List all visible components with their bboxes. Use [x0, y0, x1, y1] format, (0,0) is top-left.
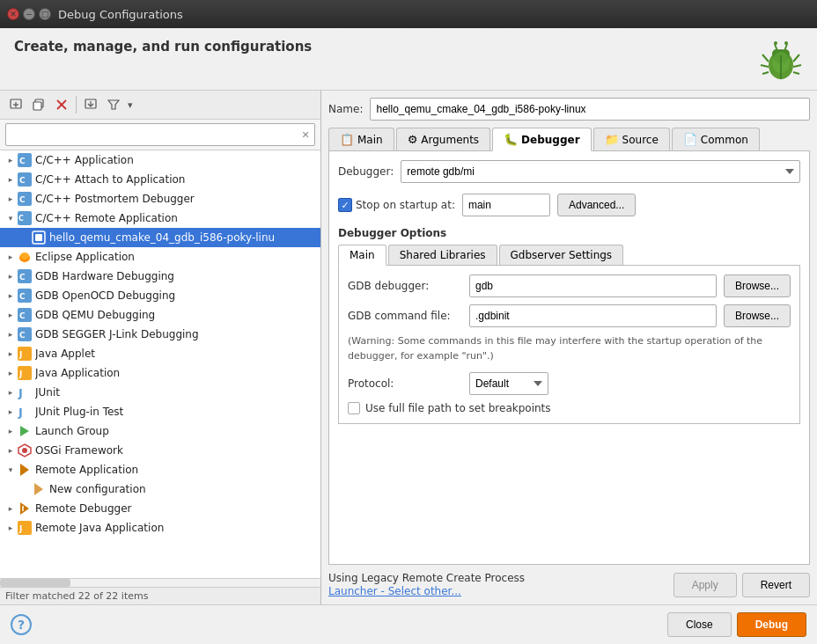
- tree-item-cc-attach[interactable]: C C/C++ Attach to Application: [0, 170, 320, 189]
- stop-checkbox[interactable]: [338, 198, 352, 212]
- advanced-btn[interactable]: Advanced...: [557, 194, 636, 216]
- tree-item-launch-group[interactable]: Launch Group: [0, 421, 320, 441]
- tab-common[interactable]: 📄 Common: [672, 128, 760, 150]
- name-label: Name:: [328, 103, 363, 115]
- tree-item-gdb-segger[interactable]: C GDB SEGGER J-Link Debugging: [0, 325, 320, 344]
- expand-gdb-hardware[interactable]: [4, 269, 18, 283]
- tree-item-java-app[interactable]: J Java Application: [0, 363, 320, 383]
- gdb-command-input[interactable]: [469, 304, 717, 327]
- stop-at-input[interactable]: [462, 194, 550, 216]
- expand-gdb-qemu[interactable]: [4, 308, 18, 322]
- header-title: Create, manage, and run configurations: [14, 39, 312, 55]
- protocol-select[interactable]: Default mi mi1 mi2 mi3: [469, 372, 548, 395]
- expand-remote-app[interactable]: [4, 463, 18, 477]
- tree-item-remote-app[interactable]: Remote Application: [0, 460, 320, 479]
- filter-status: Filter matched 22 of 22 items: [0, 587, 320, 604]
- svg-marker-25: [108, 100, 119, 109]
- inner-tab-main[interactable]: Main: [338, 245, 386, 266]
- tree-item-java-applet[interactable]: J Java Applet: [0, 344, 320, 363]
- expand-gdb-segger[interactable]: [4, 327, 18, 341]
- expand-launch-group[interactable]: [4, 424, 18, 438]
- duplicate-btn[interactable]: [28, 94, 49, 115]
- warning-text: (Warning: Some commands in this file may…: [348, 334, 791, 363]
- expand-junit[interactable]: [4, 385, 18, 399]
- filter-dropdown-arrow[interactable]: ▾: [126, 99, 133, 111]
- title-bar: ✕ − □ Debug Configurations: [0, 0, 817, 28]
- revert-btn[interactable]: Revert: [742, 573, 810, 597]
- export-btn[interactable]: [80, 94, 101, 115]
- debug-btn[interactable]: Debug: [737, 612, 806, 637]
- common-tab-icon: 📄: [683, 133, 697, 146]
- apply-btn[interactable]: Apply: [673, 573, 737, 597]
- junit-label: JUnit: [35, 386, 60, 399]
- use-full-path-checkbox[interactable]: [348, 402, 360, 414]
- maximize-btn[interactable]: □: [39, 8, 51, 20]
- svg-rect-20: [33, 102, 41, 110]
- left-hscroll[interactable]: [0, 578, 320, 587]
- expand-new-conf: [18, 482, 32, 496]
- name-input[interactable]: [370, 98, 810, 121]
- gdb-debugger-input[interactable]: [469, 274, 717, 297]
- svg-marker-57: [20, 502, 29, 515]
- tab-source[interactable]: 📁 Source: [593, 128, 670, 150]
- delete-btn[interactable]: [51, 94, 72, 115]
- close-window-btn[interactable]: ✕: [7, 8, 19, 20]
- filter-btn[interactable]: [103, 94, 124, 115]
- inner-tab-shared-libs[interactable]: Shared Libraries: [388, 245, 497, 265]
- expand-remote-dbg[interactable]: [4, 501, 18, 516]
- window-controls[interactable]: ✕ − □: [7, 8, 51, 20]
- expand-eclipse-app[interactable]: [4, 250, 18, 264]
- tree-item-gdb-qemu[interactable]: C GDB QEMU Debugging: [0, 305, 320, 325]
- tree-item-cc-app[interactable]: C C/C++ Application: [0, 150, 320, 170]
- tab-debugger[interactable]: 🐛 Debugger: [492, 128, 591, 151]
- search-clear-btn[interactable]: ✕: [299, 128, 312, 141]
- stop-checkbox-wrap: Stop on startup at:: [338, 198, 455, 212]
- svg-marker-56: [34, 483, 43, 495]
- gdb-debugger-browse-btn[interactable]: Browse...: [724, 274, 791, 297]
- expand-cc-app[interactable]: [4, 153, 18, 167]
- expand-cc-attach[interactable]: [4, 172, 18, 187]
- gdb-hardware-label: GDB Hardware Debugging: [35, 270, 174, 282]
- tab-content-debugger: Debugger: remote gdb/mi Stop on startup …: [328, 151, 810, 565]
- gdb-command-browse-btn[interactable]: Browse...: [724, 304, 791, 327]
- tree-item-remote-dbg[interactable]: Remote Debugger: [0, 499, 320, 518]
- tree-item-junit[interactable]: J JUnit: [0, 383, 320, 402]
- tree-item-new-conf[interactable]: New configuration: [0, 479, 320, 499]
- tree-item-gdb-openocd[interactable]: C GDB OpenOCD Debugging: [0, 286, 320, 305]
- search-input[interactable]: [5, 123, 315, 146]
- expand-junit-plugin[interactable]: [4, 405, 18, 419]
- new-config-btn[interactable]: [5, 94, 26, 115]
- tree-item-remote-java[interactable]: J Remote Java Application: [0, 518, 320, 538]
- inner-tab-gdbserver[interactable]: Gdbserver Settings: [499, 245, 624, 265]
- expand-remote-java[interactable]: [4, 521, 18, 535]
- java-app-icon: J: [18, 366, 32, 380]
- expand-osgi[interactable]: [4, 443, 18, 457]
- svg-text:J: J: [18, 524, 22, 533]
- tree-item-gdb-hardware[interactable]: C GDB Hardware Debugging: [0, 267, 320, 286]
- tree-item-hello-conf[interactable]: hello_qemu_cmake_04_gdb_i586-poky-linu: [0, 228, 320, 247]
- config-tree[interactable]: C C/C++ Application C C/C++ Attach to Ap…: [0, 150, 320, 578]
- close-btn[interactable]: Close: [667, 612, 732, 637]
- expand-java-applet[interactable]: [4, 347, 18, 361]
- stop-on-startup-label: Stop on startup at:: [356, 199, 455, 211]
- remote-app-icon: [18, 463, 32, 477]
- expand-cc-remote[interactable]: [4, 211, 18, 225]
- expand-gdb-openocd[interactable]: [4, 289, 18, 303]
- tree-item-eclipse-app[interactable]: Eclipse Application: [0, 247, 320, 267]
- tree-item-junit-plugin[interactable]: J JUnit Plug-in Test: [0, 402, 320, 421]
- select-other-link[interactable]: Launcher - Select other...: [328, 585, 461, 597]
- help-icon[interactable]: ?: [11, 614, 32, 635]
- gdb-debugger-label: GDB debugger:: [348, 280, 462, 292]
- gdb-segger-label: GDB SEGGER J-Link Debugging: [35, 328, 199, 340]
- left-toolbar: ▾: [0, 91, 320, 120]
- expand-java-app[interactable]: [4, 366, 18, 380]
- tab-arguments[interactable]: ⚙ Arguments: [396, 128, 490, 150]
- tree-item-cc-remote[interactable]: C C/C++ Remote Application: [0, 209, 320, 228]
- svg-line-5: [761, 65, 769, 67]
- tree-item-osgi[interactable]: OSGi Framework: [0, 441, 320, 460]
- debugger-select[interactable]: remote gdb/mi: [401, 160, 800, 183]
- tree-item-cc-postmortem[interactable]: C C/C++ Postmortem Debugger: [0, 189, 320, 209]
- minimize-btn[interactable]: −: [23, 8, 35, 20]
- expand-cc-postmortem[interactable]: [4, 192, 18, 206]
- tab-main[interactable]: 📋 Main: [328, 128, 394, 150]
